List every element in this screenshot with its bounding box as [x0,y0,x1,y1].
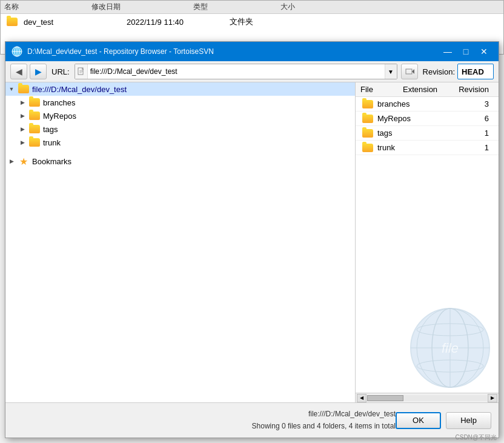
scroll-right-button[interactable]: ▶ [488,394,497,402]
scrollbar-track [367,395,487,401]
item-rev-tags: 1 [451,128,494,138]
myrepos-expander[interactable] [18,111,27,121]
url-file-icon [75,64,88,79]
root-expander[interactable] [7,84,16,94]
root-label: file:///D:/Mcal_dev/dev_test [32,85,127,94]
right-panel: File Extension Revision branches 3 [356,82,499,402]
trunk-expander[interactable] [18,138,27,147]
bookmarks-label: Bookmarks [32,157,71,166]
tags-label: tags [43,125,58,134]
main-dialog: D:\Mcal_dev\dev_test - Repository Browse… [5,41,499,438]
bg-folder-icon [7,18,18,26]
status-buttons: OK Help [396,412,491,429]
tags-expander[interactable] [18,124,27,134]
tree-item[interactable]: tags [5,122,355,136]
myrepos-folder-icon [29,112,40,120]
right-list: branches 3 MyRepos 6 tags [356,97,499,393]
status-text: file:///D:/Mcal_dev/dev_test Showing 0 f… [252,408,396,431]
content-area: file:///D:/Mcal_dev/dev_test branches My… [5,82,499,402]
window-controls: — □ ✕ [439,45,492,58]
item-rev-myrepos: 6 [455,114,494,123]
bookmarks-item[interactable]: ★ Bookmarks [5,154,355,168]
watermark-text: CSDN@不同光 [456,433,497,442]
scroll-left-button[interactable]: ◀ [357,394,366,402]
left-panel: file:///D:/Mcal_dev/dev_test branches My… [5,82,356,402]
list-item[interactable]: tags 1 [356,126,499,141]
bg-col-size: 大小 [280,2,295,12]
item-name-branches: branches [360,99,409,108]
status-line1: file:///D:/Mcal_dev/dev_test [252,408,396,420]
scrollbar-thumb[interactable] [367,395,403,401]
item-folder-icon [362,129,373,138]
right-scrollbar: ◀ ▶ [356,393,499,402]
revision-input[interactable] [457,64,494,79]
branches-expander[interactable] [18,98,27,107]
bg-col-type: 类型 [193,2,208,12]
svg-rect-10 [406,69,412,74]
tree-item[interactable]: MyRepos [5,109,355,122]
item-name-trunk: trunk [360,143,403,152]
forward-button[interactable]: ▶ [30,64,47,79]
list-item[interactable]: MyRepos 6 [356,112,499,126]
col-extension-header: Extension [403,85,451,94]
bg-folder-date: 2022/11/9 11:40 [127,18,211,27]
status-bar: file:///D:/Mcal_dev/dev_test Showing 0 f… [5,402,499,438]
bookmarks-expander[interactable] [7,156,16,166]
bg-col-name: 名称 [4,2,19,12]
url-label: URL: [51,67,70,76]
bookmarks-star-icon: ★ [18,156,29,167]
item-folder-icon [362,115,373,123]
list-item[interactable]: branches 3 [356,97,499,112]
item-name-myrepos: MyRepos [360,114,411,123]
maximize-button[interactable]: □ [457,45,474,58]
tree-root-item[interactable]: file:///D:/Mcal_dev/dev_test [5,82,355,96]
bg-folder-name: dev_test [24,18,96,27]
item-name-tags: tags [360,128,403,138]
trunk-folder-icon [29,138,40,147]
status-line2: Showing 0 files and 4 folders, 4 items i… [252,421,396,432]
item-rev-branches: 3 [454,99,494,108]
root-folder-icon [18,85,29,93]
close-button[interactable]: ✕ [476,45,492,58]
help-button[interactable]: Help [446,412,491,429]
url-container: ▼ [75,64,397,79]
item-folder-icon [362,100,373,108]
col-file-header: File [360,85,403,94]
bg-col-date: 修改日期 [91,2,121,12]
app-icon [12,46,22,57]
back-button[interactable]: ◀ [10,64,27,79]
right-header: File Extension Revision [356,82,499,97]
list-item[interactable]: trunk 1 [356,141,499,155]
bg-folder-type: 文件夹 [230,16,278,27]
branches-label: branches [43,98,75,107]
branches-folder-icon [29,98,40,107]
revision-label: Revision: [423,67,455,76]
minimize-button[interactable]: — [439,45,456,58]
item-rev-trunk: 1 [451,143,494,152]
url-input[interactable] [88,67,385,76]
ok-button[interactable]: OK [396,412,441,429]
tree-item[interactable]: branches [5,96,355,109]
svg-marker-11 [412,69,414,74]
col-revision-header: Revision [451,85,494,94]
myrepos-label: MyRepos [43,112,76,121]
url-dropdown-button[interactable]: ▼ [385,64,397,79]
toolbar: ◀ ▶ URL: ▼ Revision: [5,61,499,82]
tree-item[interactable]: trunk [5,136,355,149]
title-text: D:\Mcal_dev\dev_test - Repository Browse… [27,47,439,56]
item-folder-icon [362,144,373,152]
tags-folder-icon [29,125,40,133]
go-button[interactable] [401,64,418,79]
title-bar: D:\Mcal_dev\dev_test - Repository Browse… [5,42,499,61]
trunk-label: trunk [43,138,61,147]
